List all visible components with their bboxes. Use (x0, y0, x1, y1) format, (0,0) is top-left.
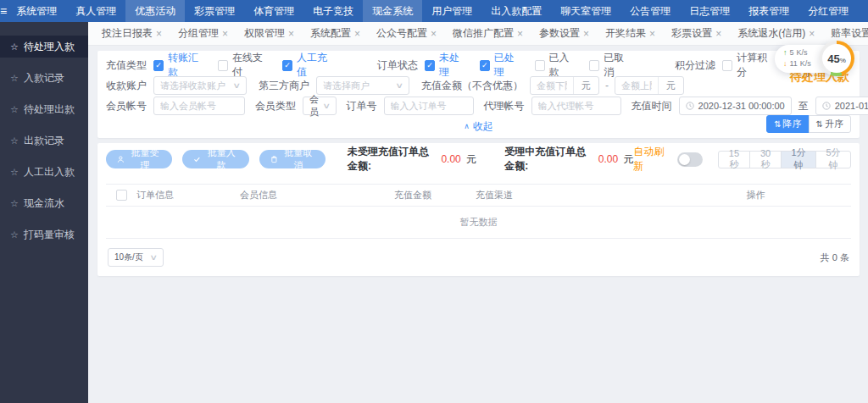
checkbox-processed[interactable]: ✓已处理 (480, 51, 522, 80)
sidebar-item-pending-deposit[interactable]: ☆ 待处理入款 (0, 36, 88, 58)
close-icon[interactable]: × (156, 28, 162, 40)
sidebar-item-deposit-records[interactable]: ☆ 入款记录 (0, 67, 88, 89)
auto-refresh-toggle[interactable] (677, 152, 703, 167)
tab-item[interactable]: 参数设置× (539, 26, 589, 41)
nav-item[interactable]: 用户管理 (422, 0, 481, 22)
close-icon[interactable]: × (583, 28, 589, 40)
checkbox-cancelled[interactable]: 已取消 (589, 51, 632, 80)
member-account-input[interactable] (153, 97, 245, 115)
close-icon[interactable]: × (649, 28, 655, 40)
nav-item[interactable]: 体育管理 (244, 0, 303, 22)
checkbox-deposited[interactable]: 已入款 (535, 51, 577, 80)
nav-item[interactable]: 出入款配置 (481, 0, 551, 22)
start-date-input[interactable]: 2020-12-31 00:00:00 (679, 97, 792, 115)
close-icon[interactable]: × (809, 28, 815, 40)
close-icon[interactable]: × (288, 28, 294, 40)
nav-item[interactable]: 真人管理 (66, 0, 125, 22)
tab-item[interactable]: 赔率设置(官方)× (831, 26, 868, 41)
tab-item[interactable]: 权限管理× (244, 26, 294, 41)
checkbox-unprocessed[interactable]: ✓未处理 (425, 51, 467, 80)
tab-item[interactable]: 微信推广配置× (453, 26, 523, 41)
network-monitor-widget[interactable]: ↑ 5 K/s ↓ 11 K/s 45% (775, 41, 854, 76)
tab-item[interactable]: 公众号配置× (376, 26, 437, 41)
checkbox-icon: ✓ (153, 60, 164, 71)
interval-1min-button[interactable]: 1分钟 (781, 151, 816, 168)
checkbox-icon (218, 60, 228, 71)
nav-item[interactable]: 优惠活动 (125, 0, 185, 22)
batch-action-row: 批量受理 批量入款 批量取消 未受理充值订单总金额: 0.00 元 受理中充值订… (106, 148, 851, 170)
tab-item[interactable]: 系统配置× (310, 26, 360, 41)
sidebar-item-withdrawal-records[interactable]: ☆ 出款记录 (0, 130, 88, 152)
close-icon[interactable]: × (354, 28, 360, 40)
user-icon (117, 155, 125, 163)
amount-min-input[interactable] (531, 77, 573, 94)
sidebar-item-label: 出款记录 (24, 134, 64, 148)
agent-account-input[interactable] (531, 97, 621, 115)
nav-item[interactable]: 现金系统 (363, 0, 422, 22)
member-account-label: 会员帐号 (106, 99, 147, 113)
sort-icon: ⇅ (816, 119, 823, 129)
nav-item[interactable]: 报表管理 (739, 0, 798, 22)
nav-item[interactable]: 日志管理 (680, 0, 739, 22)
close-icon[interactable]: × (431, 28, 437, 40)
sidebar-item-turnover-audit[interactable]: ☆ 打码量审核 (0, 224, 88, 246)
collapse-filters-link[interactable]: ∧ 收起 (106, 116, 851, 136)
interval-15s-button[interactable]: 15秒 (718, 151, 750, 168)
main-menu: 系统管理 真人管理 优惠活动 彩票管理 体育管理 电子竞技 现金系统 用户管理 … (7, 0, 858, 22)
star-icon: ☆ (10, 41, 19, 52)
nav-item[interactable]: 彩票管理 (185, 0, 244, 22)
sort-desc-button[interactable]: ⇅ 降序 (766, 115, 809, 133)
total-count: 共 0 条 (821, 251, 849, 264)
close-icon[interactable]: × (222, 28, 228, 40)
end-date-input[interactable]: 2021-01-01 23:59:59 (815, 97, 868, 115)
checkbox-online-payment[interactable]: 在线支付 (218, 51, 270, 80)
tab-bar: 投注日报表× 分组管理× 权限管理× 系统配置× 公众号配置× 微信推广配置× … (88, 22, 868, 46)
cpu-gauge: 45% (819, 41, 854, 76)
star-icon: ☆ (10, 104, 19, 115)
sidebar: ☆ 待处理入款 ☆ 入款记录 ☆ 待处理出款 ☆ 出款记录 ☆ 人工出入款 ☆ … (0, 22, 88, 403)
trash-icon (270, 155, 278, 163)
points-filter-label: 积分过滤 (675, 58, 715, 73)
checkbox-bank-transfer[interactable]: ✓转账汇款 (153, 51, 205, 80)
batch-accept-button[interactable]: 批量受理 (106, 150, 172, 168)
amount-max-input[interactable] (615, 77, 658, 94)
checkbox-manual-recharge[interactable]: ✓人工充值 (282, 51, 334, 80)
nav-item[interactable]: 聊天室管理 (551, 0, 620, 22)
sidebar-item-manual-transactions[interactable]: ☆ 人工出入款 (0, 161, 88, 183)
sort-asc-button[interactable]: ⇅ 升序 (809, 115, 851, 133)
close-icon[interactable]: × (517, 28, 523, 40)
unaccepted-total-value: 0.00 (441, 153, 460, 165)
nav-item[interactable]: 公告管理 (620, 0, 680, 22)
batch-cancel-button[interactable]: 批量取消 (259, 150, 326, 168)
checkbox-icon (535, 60, 545, 71)
tab-item[interactable]: 投注日报表× (102, 26, 162, 41)
order-no-input[interactable] (384, 97, 474, 115)
select-all-checkbox[interactable] (116, 190, 127, 201)
nav-item[interactable]: 分红管理 (798, 0, 858, 22)
tab-item[interactable]: 分组管理× (178, 26, 228, 41)
checkbox-count-points[interactable]: 计算积分 (722, 51, 774, 80)
tab-item[interactable]: 系统退水(信用)× (737, 26, 815, 41)
amount-label: 充值金额（不含优惠） (421, 79, 523, 93)
page-size-select[interactable]: 10条/页 ∨ (108, 248, 164, 267)
tab-item[interactable]: 开奖结果× (605, 26, 655, 41)
nav-item[interactable]: 电子竞技 (303, 0, 363, 22)
sidebar-item-cash-flow[interactable]: ☆ 现金流水 (0, 192, 88, 214)
receive-account-select[interactable]: 请选择收款账户 ∨ (153, 76, 247, 95)
filter-row-member: 会员帐号 会员类型 会员 ∨ 订单号 代理帐号 充值时间 2020-12-31 … (106, 96, 851, 116)
recharge-link[interactable]: 充值 (858, 0, 868, 22)
star-icon: ☆ (10, 135, 19, 146)
checkbox-icon (722, 60, 732, 71)
interval-5min-button[interactable]: 5分钟 (815, 151, 851, 168)
batch-deposit-button[interactable]: 批量入款 (182, 150, 248, 168)
tab-item[interactable]: 彩票设置× (671, 26, 721, 41)
nav-item[interactable]: 系统管理 (7, 0, 66, 22)
third-party-select[interactable]: 请选择商户 ∨ (316, 76, 409, 95)
close-icon[interactable]: × (715, 28, 721, 40)
hamburger-menu-icon[interactable]: ≡ (0, 4, 7, 18)
member-type-select[interactable]: 会员 ∨ (303, 97, 337, 115)
interval-30s-button[interactable]: 30秒 (749, 151, 782, 168)
amount-max-field: 元 (615, 76, 684, 95)
sidebar-item-pending-withdrawal[interactable]: ☆ 待处理出款 (0, 98, 88, 120)
column-member-info: 会员信息 (240, 189, 394, 202)
